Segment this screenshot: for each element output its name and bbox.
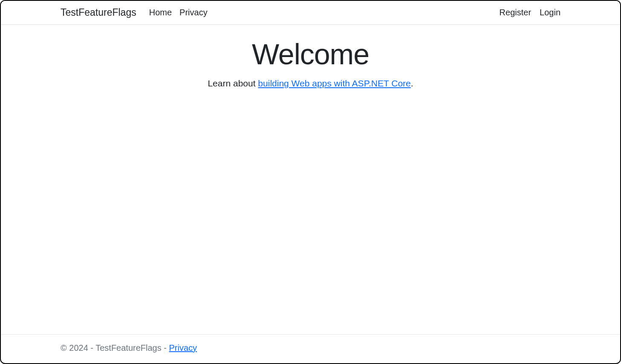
- lead-paragraph: Learn about building Web apps with ASP.N…: [1, 78, 620, 89]
- copyright-text: © 2024 - TestFeatureFlags -: [61, 343, 169, 353]
- welcome-heading: Welcome: [1, 37, 620, 71]
- page-header: TestFeatureFlags Home Privacy Register L…: [1, 1, 620, 25]
- brand-link[interactable]: TestFeatureFlags: [61, 7, 136, 18]
- main-content: Welcome Learn about building Web apps wi…: [1, 25, 620, 334]
- navbar-right: Register Login: [500, 8, 560, 17]
- page-footer: © 2024 - TestFeatureFlags - Privacy: [1, 334, 620, 363]
- nav-login[interactable]: Login: [540, 8, 560, 17]
- aspnet-docs-link[interactable]: building Web apps with ASP.NET Core: [258, 78, 410, 88]
- nav-register[interactable]: Register: [500, 8, 531, 17]
- footer-privacy-link[interactable]: Privacy: [169, 343, 197, 353]
- navbar-left: TestFeatureFlags Home Privacy: [61, 7, 208, 18]
- nav-privacy[interactable]: Privacy: [179, 8, 208, 17]
- nav-links-left: Home Privacy: [149, 8, 208, 17]
- nav-home[interactable]: Home: [149, 8, 172, 17]
- lead-prefix: Learn about: [208, 78, 258, 88]
- navbar: TestFeatureFlags Home Privacy Register L…: [1, 1, 620, 24]
- lead-suffix: .: [411, 78, 413, 88]
